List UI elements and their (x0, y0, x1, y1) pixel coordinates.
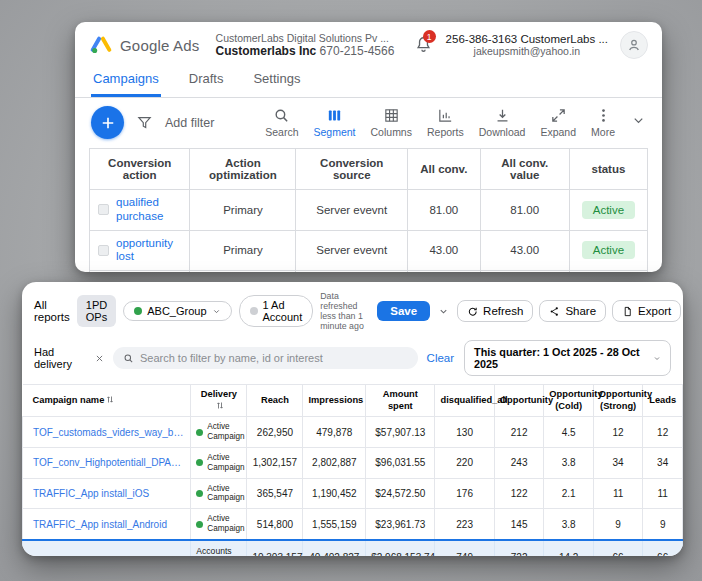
close-icon[interactable] (95, 354, 104, 363)
opportunity-cold-cell: 2.1 (544, 478, 594, 509)
ad-account-chip[interactable]: 1 Ad Account (239, 295, 314, 327)
campaign-link[interactable]: TRAFFIC_App install_iOS (33, 488, 185, 499)
date-range-dropdown[interactable]: This quarter: 1 Oct 2025 - 28 Oct 2025 (464, 340, 671, 376)
active-dot-icon (196, 490, 203, 497)
refresh-label: Refresh (483, 305, 523, 317)
chevron-down-icon (438, 306, 449, 317)
disqualified-cell: 223 (435, 509, 494, 540)
notifications-button[interactable]: 1 (414, 35, 434, 55)
refresh-button[interactable]: Refresh (457, 300, 533, 322)
row-checkbox[interactable] (98, 245, 109, 256)
total-leads-cell: 66Total (643, 540, 683, 556)
table-row: qualified purchase Primary Server evevnt… (90, 190, 648, 231)
reports-action[interactable]: Reports (427, 107, 464, 138)
chevron-down-icon (653, 354, 661, 363)
all-conv-cell: 43.00 (408, 230, 481, 271)
campaign-link[interactable]: TRAFFIC_App install_Android (33, 519, 185, 530)
segment-icon (326, 107, 343, 124)
col-delivery[interactable]: Delivery (191, 385, 247, 417)
share-button[interactable]: Share (539, 300, 606, 322)
report-chip-1pd-ops[interactable]: 1PD OPs (77, 295, 116, 327)
sort-icon (216, 401, 224, 410)
tab-drafts[interactable]: Drafts (187, 64, 226, 97)
login-account-number: 256-386-3163 CustomerLabs ... (446, 33, 608, 45)
columns-action[interactable]: Columns (371, 107, 412, 138)
total-spent-cell: $2,968,153.74Total Spend (366, 540, 435, 556)
total-opportunity-cell: 722Total (494, 540, 544, 556)
opportunity-strong-cell: 11 (593, 478, 643, 509)
conversion-action-link[interactable]: qualified purchase (116, 196, 183, 224)
add-button[interactable] (91, 106, 124, 139)
col-reach[interactable]: Reach (247, 385, 303, 417)
all-reports-label[interactable]: All reports (34, 299, 70, 323)
report-toolbar: All reports 1PD OPs ABC_Group 1 Ad Accou… (22, 282, 683, 336)
col-impressions[interactable]: Impressions (303, 385, 366, 417)
campaign-link[interactable]: TOF_customads_viders_way_buttonswear (33, 427, 185, 438)
delivery-status: Active Campaign (207, 453, 244, 473)
tab-settings[interactable]: Settings (251, 64, 302, 97)
col-conversion-source[interactable]: Conversion source (296, 149, 408, 190)
campaign-link[interactable]: TOF_conv_Highpotentiall_DPA_EXP... (33, 457, 185, 468)
row-checkbox[interactable] (98, 204, 109, 215)
group-name: ABC_Group (147, 305, 206, 317)
sort-icon (106, 395, 114, 404)
total-opportunity-cold-cell: 14.2Total (544, 540, 594, 556)
col-all-conv-value[interactable]: All conv. value (480, 149, 569, 190)
opportunity-cold-cell: 4.5 (544, 417, 594, 448)
profile-avatar[interactable] (620, 31, 648, 59)
columns-icon (383, 107, 400, 124)
group-selector-chip[interactable]: ABC_Group (123, 301, 231, 321)
segment-action[interactable]: Segment (314, 107, 356, 138)
more-action[interactable]: More (591, 107, 615, 138)
opportunity-cell: 122 (494, 478, 544, 509)
disqualified-cell: 176 (435, 478, 494, 509)
opportunity-strong-cell: 12 (593, 417, 643, 448)
col-status[interactable]: status (569, 149, 647, 190)
active-dot-icon (196, 429, 203, 436)
save-options-button[interactable] (436, 306, 451, 317)
optimization-cell: Primary (190, 190, 296, 231)
leads-cell: 12 (643, 417, 683, 448)
download-action[interactable]: Download (479, 107, 526, 138)
col-amount-spent[interactable]: Amount spent (366, 385, 435, 417)
reach-cell: 514,800 (247, 509, 303, 540)
col-all-conv[interactable]: All conv. (408, 149, 481, 190)
conversion-action-link[interactable]: opportunity lost (116, 237, 183, 265)
col-opportunity[interactable]: Opportunity (494, 385, 544, 417)
campaign-row: TRAFFIC_App install_Android Active Campa… (23, 509, 683, 540)
all-conv-value-cell: 43.00 (480, 230, 569, 271)
login-email: jakeupsmith@yahoo.in (446, 45, 608, 57)
search-input[interactable] (140, 352, 408, 364)
action-label: Search (265, 126, 298, 138)
optimization-cell: Primary (190, 230, 296, 271)
impressions-cell: 1,190,452 (303, 478, 366, 509)
export-button[interactable]: Export (612, 300, 681, 322)
add-filter-label[interactable]: Add filter (165, 116, 214, 130)
tab-campaigns[interactable]: Campaigns (91, 64, 161, 97)
col-campaign-name[interactable]: Campaign name (23, 385, 191, 417)
refresh-icon (467, 306, 478, 317)
expand-action[interactable]: Expand (540, 107, 576, 138)
total-impressions-cell: 40,402,827Total (303, 540, 366, 556)
col-conversion-action[interactable]: Conversion action (90, 149, 190, 190)
col-action-optimization[interactable]: Action optimization (190, 149, 296, 190)
had-delivery-filter-chip[interactable]: Had delivery (34, 346, 104, 370)
amount-spent-cell: $96,031.55 (366, 447, 435, 478)
search-action[interactable]: Search (265, 107, 298, 138)
total-reach-cell: 10,303,157Total (247, 540, 303, 556)
expand-icon (550, 107, 567, 124)
clear-filters-link[interactable]: Clear (427, 352, 454, 364)
person-icon (626, 37, 642, 53)
save-button[interactable]: Save (377, 301, 430, 321)
col-opportunity-strong[interactable]: Opportunity (Strong) (593, 385, 643, 417)
collapse-panel-button[interactable] (631, 113, 646, 132)
data-refreshed-note: Data refreshed less than 1 minute ago (320, 291, 371, 331)
plus-icon (99, 114, 117, 132)
login-account-info: 256-386-3163 CustomerLabs ... jakeupsmit… (446, 33, 608, 57)
filter-button[interactable] (136, 114, 153, 131)
campaign-row: TOF_conv_Highpotentiall_DPA_EXP... Activ… (23, 447, 683, 478)
total-row: Total26/28 mens delayered Accounts Centr… (23, 540, 683, 556)
chevron-down-icon (212, 307, 221, 316)
download-icon (494, 107, 511, 124)
col-disqualified-all[interactable]: disqualified_all (435, 385, 494, 417)
